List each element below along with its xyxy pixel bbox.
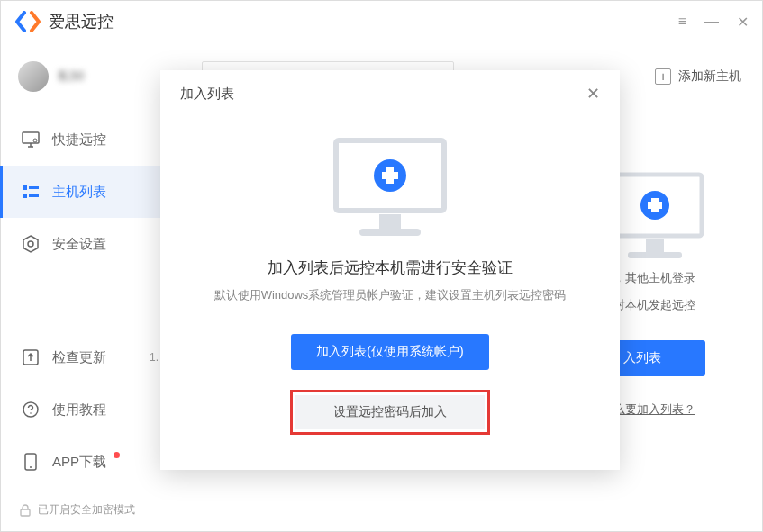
sidebar-item-quick[interactable]: 快捷远控	[0, 113, 180, 166]
sidebar-item-tutorial[interactable]: 使用教程	[0, 383, 180, 436]
add-host-label: 添加新主机	[678, 68, 741, 85]
join-dialog: 加入列表 ✕ 加入列表后远控本机需进行安全验证 默认使用Windows系统管理员…	[160, 70, 620, 470]
window-controls: ≡ — ✕	[678, 14, 749, 31]
set-password-join-button[interactable]: 设置远控密码后加入	[295, 395, 485, 429]
sidebar-item-label: 主机列表	[52, 184, 106, 201]
svg-point-1	[33, 139, 37, 142]
phone-icon	[22, 453, 40, 471]
svg-rect-23	[382, 172, 398, 179]
badge-dot	[114, 452, 120, 458]
dialog-header: 加入列表 ✕	[160, 70, 620, 117]
menu-icon[interactable]: ≡	[678, 14, 686, 31]
logo-icon	[14, 11, 41, 32]
svg-rect-24	[379, 214, 401, 229]
sidebar-item-label: 安全设置	[52, 236, 106, 253]
help-icon	[22, 401, 40, 419]
close-icon[interactable]: ✕	[737, 14, 749, 31]
add-host-button[interactable]: + 添加新主机	[655, 68, 741, 85]
svg-point-10	[30, 412, 32, 414]
svg-rect-2	[23, 185, 27, 190]
svg-rect-3	[29, 186, 39, 189]
avatar	[18, 61, 49, 92]
sidebar: 私50 快捷远控 主机列表 安全设置 检查更新 1.	[0, 43, 180, 532]
plus-icon: +	[655, 68, 671, 85]
svg-rect-13	[21, 509, 30, 516]
dialog-close-button[interactable]: ✕	[586, 84, 600, 104]
sidebar-item-app[interactable]: APP下载	[0, 436, 180, 488]
dialog-subtitle: 默认使用Windows系统管理员帐户验证，建议设置主机列表远控密码	[196, 287, 584, 303]
sidebar-item-hostlist[interactable]: 主机列表	[0, 166, 180, 218]
svg-marker-6	[23, 236, 38, 252]
svg-point-7	[28, 241, 33, 247]
monitor-icon	[22, 131, 40, 149]
update-version: 1.	[150, 351, 159, 364]
sidebar-item-label: APP下载	[52, 454, 106, 471]
svg-rect-25	[359, 229, 421, 236]
app-name: 爱思远控	[49, 11, 114, 32]
sidebar-item-security[interactable]: 安全设置	[0, 218, 180, 270]
list-icon	[22, 183, 40, 201]
highlighted-frame: 设置远控密码后加入	[290, 390, 490, 435]
dialog-illustration	[196, 133, 584, 241]
user-block[interactable]: 私50	[0, 61, 180, 113]
username: 私50	[58, 68, 85, 85]
app-logo: 爱思远控	[14, 11, 114, 32]
dialog-title-text: 加入列表	[180, 86, 234, 103]
sidebar-item-label: 快捷远控	[52, 131, 106, 149]
svg-rect-4	[23, 194, 27, 198]
minimize-icon[interactable]: —	[704, 14, 719, 31]
sidebar-item-label: 使用教程	[52, 401, 106, 419]
join-system-account-button[interactable]: 加入列表(仅使用系统帐户)	[291, 334, 489, 370]
svg-rect-5	[29, 194, 39, 197]
gear-hex-icon	[22, 235, 40, 253]
titlebar: 爱思远控 ≡ — ✕	[0, 0, 763, 43]
sidebar-item-update[interactable]: 检查更新 1.	[0, 331, 180, 383]
sidebar-item-label: 检查更新	[52, 349, 106, 366]
encrypt-label: 已开启安全加密模式	[38, 502, 135, 518]
svg-point-12	[30, 466, 32, 468]
update-icon	[22, 348, 40, 366]
encrypt-mode: 已开启安全加密模式	[0, 488, 180, 532]
lock-icon	[20, 504, 31, 517]
dialog-main-title: 加入列表后远控本机需进行安全验证	[196, 257, 584, 278]
